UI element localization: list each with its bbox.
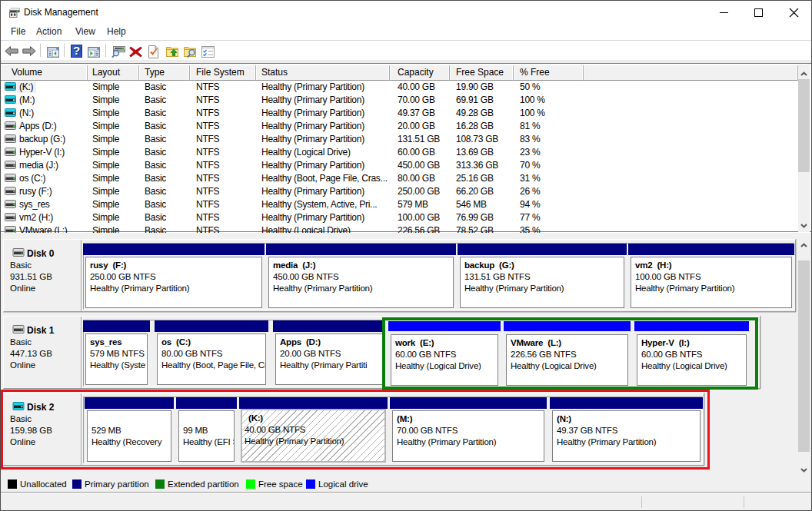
svg-text:?: ? [73,45,80,57]
